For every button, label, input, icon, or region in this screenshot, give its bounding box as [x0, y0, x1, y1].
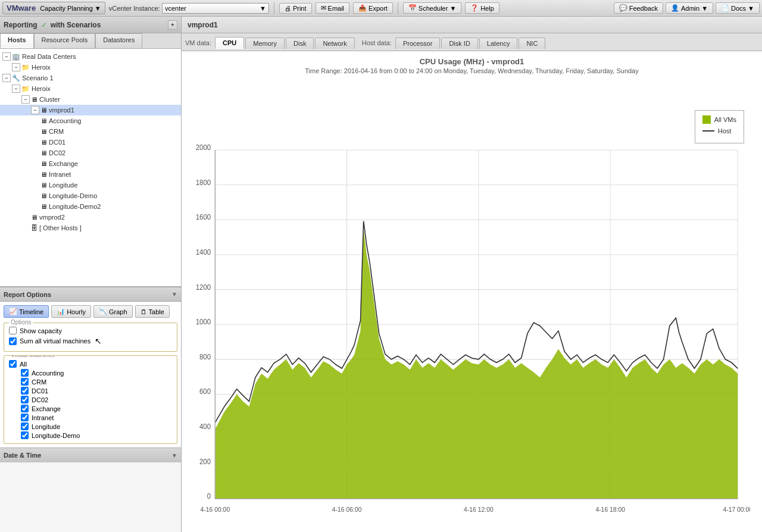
- tab-datastores[interactable]: Datastores: [95, 33, 142, 48]
- svg-text:4-16 18:00: 4-16 18:00: [595, 506, 625, 513]
- graph-button[interactable]: 📉 Graph: [93, 305, 133, 318]
- tree-label: [ Other Hosts ]: [39, 223, 82, 233]
- tab-disk-id[interactable]: Disk ID: [441, 37, 477, 49]
- tree-item-longitude-demo[interactable]: 🖥 Longitude-Demo: [0, 190, 181, 201]
- vm-longitude-checkbox[interactable]: [21, 423, 29, 430]
- svg-text:4-16 12:00: 4-16 12:00: [464, 506, 494, 513]
- scheduler-button[interactable]: 📅 Scheduler ▼: [403, 2, 461, 14]
- feedback-button[interactable]: 💬 Feedback: [614, 2, 663, 14]
- tree-expander[interactable]: −: [2, 52, 11, 61]
- tab-network[interactable]: Network: [315, 37, 354, 49]
- vm-accounting-checkbox[interactable]: [21, 369, 29, 377]
- host-data-label: Host data:: [362, 39, 392, 46]
- svg-text:1200: 1200: [196, 283, 211, 290]
- tree-item-longitude[interactable]: 🖥 Longitude: [0, 180, 181, 190]
- tree-item-other-hosts[interactable]: 🗄 [ Other Hosts ]: [0, 223, 181, 233]
- tree-item-longitude-demo2[interactable]: 🖥 Longitude-Demo2: [0, 201, 181, 212]
- tab-latency[interactable]: Latency: [479, 37, 518, 49]
- help-label: Help: [480, 5, 494, 12]
- tab-cpu[interactable]: CPU: [215, 37, 244, 49]
- show-capacity-checkbox[interactable]: [9, 327, 17, 334]
- tree-expander[interactable]: −: [31, 106, 39, 114]
- tree-expander[interactable]: −: [12, 85, 20, 93]
- vm-icon: 🖥: [40, 180, 47, 190]
- email-label: Email: [328, 5, 345, 12]
- vm-exchange: Exchange: [9, 404, 172, 413]
- vm-dc02-label: DC02: [32, 396, 48, 403]
- other-hosts-icon: 🗄: [31, 223, 38, 233]
- feedback-icon: 💬: [619, 4, 627, 12]
- vm-dc02-checkbox[interactable]: [21, 396, 29, 403]
- print-button[interactable]: 🖨 Print: [279, 3, 312, 14]
- svg-text:1800: 1800: [196, 179, 211, 186]
- svg-text:4-16 00:00: 4-16 00:00: [201, 506, 230, 513]
- svg-text:800: 800: [199, 353, 211, 361]
- help-icon: ❓: [470, 4, 479, 12]
- tree-label: Longitude-Demo2: [49, 202, 101, 211]
- host-icon: 🖥: [31, 212, 38, 222]
- tab-disk[interactable]: Disk: [286, 37, 314, 49]
- vm-icon: 🖥: [40, 159, 47, 168]
- tree-expander[interactable]: −: [12, 63, 20, 71]
- report-options-title: Report Options: [4, 291, 51, 298]
- hourly-button[interactable]: 📊 Hourly: [51, 305, 91, 318]
- tab-processor[interactable]: Processor: [395, 37, 441, 49]
- svg-text:200: 200: [199, 457, 211, 465]
- vm-crm-checkbox[interactable]: [21, 378, 29, 386]
- tree-item-real-dc[interactable]: − 🏢 Real Data Centers: [0, 51, 181, 62]
- chart-subtitle: Time Range: 2016-04-16 from 0:00 to 24:0…: [193, 67, 750, 74]
- tree-item-dc02[interactable]: 🖥 DC02: [0, 148, 181, 158]
- email-button[interactable]: ✉ Email: [316, 2, 350, 14]
- legend-host: Host: [702, 127, 736, 134]
- vm-dc01-checkbox[interactable]: [21, 387, 29, 395]
- vm-intranet-checkbox[interactable]: [21, 414, 29, 421]
- tree-item-heroix-2[interactable]: − 📁 Heroix: [0, 83, 181, 94]
- tree-item-scenario-1[interactable]: − 🔧 Scenario 1: [0, 73, 181, 83]
- vm-dc01-label: DC01: [32, 387, 48, 395]
- export-button[interactable]: 📤 Export: [353, 2, 393, 14]
- tree-item-vmprod1[interactable]: − 🖥 vmprod1: [0, 105, 181, 115]
- date-time-header[interactable]: Date & Time ▼: [0, 448, 181, 462]
- help-button[interactable]: ❓ Help: [465, 2, 499, 14]
- tab-hosts[interactable]: Hosts: [0, 33, 34, 48]
- app-selector[interactable]: VMware Capacity Planning ▼: [2, 2, 105, 14]
- table-button[interactable]: 🗒 Table: [135, 305, 170, 318]
- tab-memory[interactable]: Memory: [245, 37, 285, 49]
- tree-label: vmprod1: [49, 105, 74, 115]
- vm-all-checkbox[interactable]: [9, 360, 17, 368]
- svg-text:600: 600: [199, 387, 211, 395]
- vm-longitude-demo-checkbox[interactable]: [21, 431, 29, 439]
- docs-button[interactable]: 📄 Docs ▼: [716, 2, 760, 14]
- tree-item-cluster[interactable]: − 🖥 Cluster: [0, 94, 181, 105]
- tree-item-dc01[interactable]: 🖥 DC01: [0, 137, 181, 148]
- report-options-header[interactable]: Report Options ▼: [0, 287, 181, 302]
- vm-exchange-checkbox[interactable]: [21, 405, 29, 412]
- feedback-label: Feedback: [629, 5, 658, 12]
- tree-item-heroix-1[interactable]: − 📁 Heroix: [0, 62, 181, 73]
- vm-icon: 🖥: [40, 127, 47, 136]
- admin-button[interactable]: 👤 Admin ▼: [666, 2, 713, 14]
- add-button[interactable]: +: [168, 20, 177, 30]
- tree-item-exchange[interactable]: 🖥 Exchange: [0, 158, 181, 169]
- app-dropdown-icon: ▼: [95, 5, 101, 12]
- toolbar-right: 💬 Feedback 👤 Admin ▼ 📄 Docs ▼: [614, 2, 760, 14]
- sum-vms-row: Sum all virtual machines ↖: [9, 336, 172, 346]
- date-time-title: Date & Time: [4, 452, 41, 459]
- chart-title: CPU Usage (MHz) - vmprod1: [193, 57, 750, 66]
- tree-expander[interactable]: −: [21, 95, 30, 104]
- tree-expander[interactable]: −: [2, 74, 11, 82]
- tree-item-vmprod2[interactable]: 🖥 vmprod2: [0, 212, 181, 223]
- table-icon: 🗒: [140, 308, 147, 315]
- tab-nic[interactable]: NIC: [519, 37, 545, 49]
- tree-label: CRM: [49, 127, 64, 136]
- timeline-button[interactable]: 📈 Timeline: [4, 305, 49, 318]
- hourly-label: Hourly: [67, 308, 86, 315]
- check-icon: ✓: [41, 21, 47, 29]
- tab-resource-pools[interactable]: Resource Pools: [34, 33, 96, 48]
- sum-vms-checkbox[interactable]: [9, 337, 17, 345]
- tree-item-crm[interactable]: 🖥 CRM: [0, 126, 181, 137]
- tree-item-intranet[interactable]: 🖥 Intranet: [0, 169, 181, 180]
- all-vms-label: All VMs: [714, 116, 736, 123]
- tree-item-accounting[interactable]: 🖥 Accounting: [0, 115, 181, 126]
- vcenter-dropdown[interactable]: vcenter ▼: [162, 3, 269, 14]
